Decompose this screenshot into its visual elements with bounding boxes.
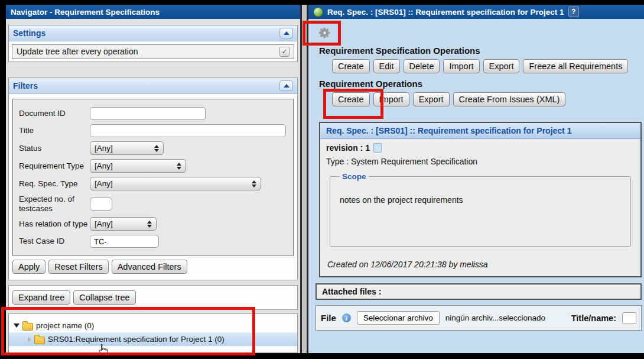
req-create-button[interactable]: Create xyxy=(332,92,370,106)
folder-icon xyxy=(22,323,33,331)
tree-row-project[interactable]: project name (0) xyxy=(9,319,297,332)
folder-icon xyxy=(34,337,45,344)
apply-button[interactable]: Apply xyxy=(12,260,45,274)
reset-filters-button[interactable]: Reset Filters xyxy=(48,260,108,274)
navigator-title: Navigator - Requirement Specifications xyxy=(11,8,160,17)
title-input[interactable] xyxy=(90,124,286,137)
title-label: Title xyxy=(19,126,90,135)
filter-row-requirement-type: Requirement Type [Any] xyxy=(19,159,287,173)
info-icon[interactable]: i xyxy=(342,313,351,322)
spec-operations-heading: Requirement Specification Operations xyxy=(319,46,644,56)
scope-fieldset: Scope notes on the project requirements xyxy=(330,172,631,247)
update-tree-label: Update tree after every operation xyxy=(17,47,138,56)
req-spec-title: Req. Spec. : [SRS01] :: Requirement spec… xyxy=(327,8,564,17)
navigator-body: Settings Update tree after every operati… xyxy=(6,19,300,353)
help-icon[interactable]: ? xyxy=(568,7,579,17)
spec-export-button[interactable]: Export xyxy=(483,59,520,73)
type-line: Type : System Requirement Specification xyxy=(326,157,635,166)
app-icon xyxy=(313,7,323,17)
revision-line: revision : 1 xyxy=(326,143,635,153)
status-select-value: [Any] xyxy=(95,144,113,153)
filter-row-document-id: Document ID xyxy=(19,107,287,120)
triangle-up-icon xyxy=(284,84,290,88)
filter-row-status: Status [Any] xyxy=(19,141,287,155)
req-spec-type-select[interactable]: [Any] xyxy=(90,177,261,190)
freeze-requirements-button[interactable]: Freeze all Requirements xyxy=(523,59,628,73)
filter-row-expected-testcases: Expected no. of testcases xyxy=(19,195,287,213)
requirement-type-label: Requirement Type xyxy=(19,161,90,171)
title-name-input[interactable] xyxy=(622,312,636,324)
expected-testcases-input[interactable] xyxy=(90,198,112,211)
req-spec-view-title: Req. Spec. : [SRS01] :: Requirement spec… xyxy=(326,126,571,135)
filters-form: Document ID Title Status [Any] Requireme… xyxy=(12,99,294,256)
req-spec-view-box: Req. Spec. : [SRS01] :: Requirement spec… xyxy=(319,122,642,277)
has-relation-select[interactable]: [Any] xyxy=(90,217,157,231)
req-spec-type-label: Req. Spec. Type xyxy=(19,179,90,189)
has-relation-select-value: [Any] xyxy=(95,219,113,228)
tree-expanded-icon[interactable] xyxy=(14,324,19,328)
file-label: File xyxy=(321,313,336,323)
filter-row-has-relation: Has relation of type [Any] xyxy=(19,217,287,231)
update-tree-checkbox[interactable]: ✓ xyxy=(279,47,290,57)
req-import-button[interactable]: Import xyxy=(373,92,409,106)
navigator-titlebar: Navigator - Requirement Specifications xyxy=(6,5,300,19)
spec-operations-buttons: Create Edit Delete Import Export Freeze … xyxy=(332,59,644,73)
req-operations-heading: Requirement Operations xyxy=(319,79,644,89)
test-case-id-label: Test Case ID xyxy=(19,237,90,246)
filter-row-title: Title xyxy=(19,124,287,137)
requirement-type-select-value: [Any] xyxy=(95,161,113,170)
tree-buttons-section: Expand tree Collapse tree xyxy=(8,285,298,310)
settings-collapse-button[interactable] xyxy=(279,28,293,38)
filters-header: Filters xyxy=(9,78,297,94)
requirement-spec-panel: Req. Spec. : [SRS01] :: Requirement spec… xyxy=(308,5,644,353)
req-spec-body: Requirement Specification Operations Cre… xyxy=(308,19,644,353)
filters-section: Filters Document ID Title Status [Any xyxy=(8,77,298,280)
attached-files-header: Attached files : xyxy=(316,283,642,300)
panel-splitter[interactable] xyxy=(300,5,308,353)
req-spec-type-select-value: [Any] xyxy=(95,179,113,188)
spec-edit-button[interactable]: Edit xyxy=(373,59,400,73)
expand-tree-button[interactable]: Expand tree xyxy=(12,290,70,305)
spec-import-button[interactable]: Import xyxy=(443,59,479,73)
triangle-up-icon xyxy=(284,31,290,35)
spec-delete-button[interactable]: Delete xyxy=(404,59,440,73)
settings-header: Settings xyxy=(9,25,297,41)
tree-srs01-label: SRS01:Requirement specification for Proj… xyxy=(48,335,225,344)
gear-icon xyxy=(318,26,331,40)
up-down-arrows-icon xyxy=(252,180,256,187)
requirement-tree: project name (0) SRS01:Requirement speci… xyxy=(8,313,298,353)
choose-file-button[interactable]: Seleccionar archivo xyxy=(357,311,440,325)
up-down-arrows-icon xyxy=(147,221,152,228)
filters-title: Filters xyxy=(13,81,38,90)
req-spec-view-header: Req. Spec. : [SRS01] :: Requirement spec… xyxy=(320,123,640,139)
status-label: Status xyxy=(19,144,90,153)
document-page-icon[interactable] xyxy=(373,143,382,153)
requirement-type-select[interactable]: [Any] xyxy=(90,159,186,173)
create-from-issues-button[interactable]: Create From Issues (XML) xyxy=(453,92,566,106)
gear-button[interactable] xyxy=(318,25,336,40)
filters-collapse-button[interactable] xyxy=(279,80,293,91)
document-id-input[interactable] xyxy=(90,107,206,120)
req-spec-titlebar: Req. Spec. : [SRS01] :: Requirement spec… xyxy=(308,5,644,19)
file-upload-row: File i Seleccionar archivo ningún archiv… xyxy=(316,305,642,331)
spec-create-button[interactable]: Create xyxy=(332,59,370,73)
req-export-button[interactable]: Export xyxy=(413,92,450,106)
title-name-label: Title/name: xyxy=(571,313,616,323)
tree-row-srs01[interactable]: SRS01:Requirement specification for Proj… xyxy=(9,332,297,346)
req-operations-buttons: Create Import Export Create From Issues … xyxy=(332,92,644,106)
advanced-filters-button[interactable]: Advanced Filters xyxy=(112,260,187,274)
status-select[interactable]: [Any] xyxy=(90,141,164,155)
revision-label: revision : 1 xyxy=(326,143,370,153)
filter-actions: Apply Reset Filters Advanced Filters xyxy=(9,258,297,280)
tree-project-label: project name (0) xyxy=(36,321,94,330)
navigator-panel: Navigator - Requirement Specifications S… xyxy=(6,5,300,353)
update-tree-setting-row: Update tree after every operation ✓ xyxy=(12,44,294,59)
created-by-line: Created on 12/06/2017 20:21:38 by meliss… xyxy=(327,260,635,269)
up-down-arrows-icon xyxy=(177,163,181,170)
tree-collapsed-icon[interactable] xyxy=(28,337,31,342)
collapse-tree-button[interactable]: Collapse tree xyxy=(73,290,135,305)
has-relation-label: Has relation of type xyxy=(19,219,90,229)
settings-title: Settings xyxy=(13,28,45,38)
test-case-id-input[interactable] xyxy=(90,235,159,248)
up-down-arrows-icon xyxy=(154,145,159,152)
